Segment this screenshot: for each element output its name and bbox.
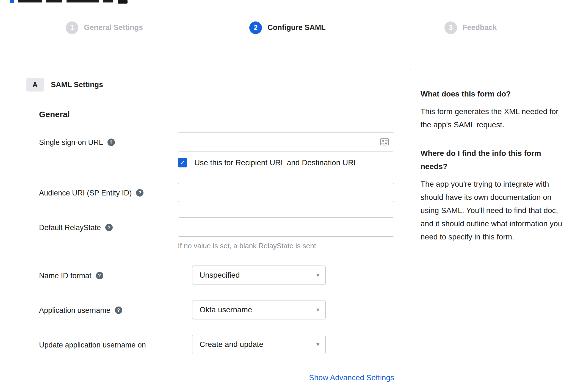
contact-card-icon[interactable]: [380, 138, 389, 145]
saml-form: Single sign-on URL ?: [39, 132, 394, 382]
step-general-settings[interactable]: 1 General Settings: [13, 12, 196, 43]
chevron-down-icon: ▾: [316, 341, 319, 348]
sso-url-input-wrap: [178, 132, 394, 151]
clipped-icon-fragment: [118, 0, 128, 4]
help-section-body: The app you're trying to integrate with …: [421, 178, 562, 244]
relay-state-row: Default RelayState ? If no value is set,…: [39, 217, 394, 250]
section-title: SAML Settings: [51, 81, 103, 89]
step-number-badge: 2: [249, 21, 262, 34]
general-group-title: General: [39, 110, 394, 119]
name-id-format-row: Name ID format ? Unspecified ▾: [39, 266, 394, 285]
chevron-down-icon: ▾: [316, 272, 319, 279]
audience-uri-label: Audience URI (SP Entity ID): [39, 188, 132, 198]
name-id-format-label-col: Name ID format ?: [39, 266, 192, 285]
advanced-settings-row: Show Advanced Settings: [39, 373, 394, 382]
chevron-down-icon: ▾: [316, 306, 319, 313]
audience-uri-label-col: Audience URI (SP Entity ID) ?: [39, 183, 178, 202]
help-icon[interactable]: ?: [107, 139, 115, 146]
update-app-username-row: Update application username on Create an…: [39, 335, 394, 354]
app-username-row: Application username ? Okta username ▾: [39, 300, 394, 319]
app-username-label-col: Application username ?: [39, 300, 192, 319]
help-section-where: Where do I find the info this form needs…: [421, 147, 562, 244]
step-label: Feedback: [463, 23, 497, 32]
section-header: A SAML Settings: [26, 78, 394, 92]
name-id-format-control-col: Unspecified ▾: [192, 266, 394, 285]
help-section-title: What does this form do?: [421, 87, 562, 101]
sso-url-input[interactable]: [178, 132, 394, 151]
step-feedback[interactable]: 3 Feedback: [379, 12, 562, 43]
help-section-body: This form generates the XML needed for t…: [421, 105, 562, 131]
recipient-url-checkbox-row: ✓ Use this for Recipient URL and Destina…: [178, 158, 394, 167]
name-id-format-label: Name ID format: [39, 271, 92, 280]
app-username-control-col: Okta username ▾: [192, 300, 394, 319]
help-icon[interactable]: ?: [136, 189, 143, 197]
app-username-select[interactable]: Okta username ▾: [192, 300, 326, 319]
app-username-value: Okta username: [200, 305, 252, 314]
audience-uri-row: Audience URI (SP Entity ID) ?: [39, 183, 394, 202]
relay-state-hint: If no value is set, a blank RelayState i…: [178, 242, 394, 250]
relay-state-input[interactable]: [178, 218, 394, 236]
help-sidebar: What does this form do? This form genera…: [421, 69, 562, 244]
step-label: General Settings: [84, 23, 143, 32]
sso-url-control-col: ✓ Use this for Recipient URL and Destina…: [178, 132, 394, 167]
help-icon[interactable]: ?: [96, 272, 103, 279]
recipient-url-checkbox-label: Use this for Recipient URL and Destinati…: [194, 158, 358, 167]
show-advanced-settings-link[interactable]: Show Advanced Settings: [309, 373, 394, 382]
clipped-title-fragment: [67, 0, 99, 2]
app-username-label: Application username: [39, 306, 110, 315]
clipped-title-fragment: [103, 0, 113, 2]
step-number-badge: 3: [444, 21, 457, 34]
help-section-title: Where do I find the info this form needs…: [421, 147, 562, 173]
saml-settings-card: A SAML Settings General Single sign-on U…: [13, 69, 411, 392]
sso-url-row: Single sign-on URL ?: [39, 132, 394, 167]
step-number-badge: 1: [66, 21, 78, 34]
audience-uri-control-col: [178, 183, 394, 202]
update-app-username-value: Create and update: [200, 340, 263, 349]
step-configure-saml[interactable]: 2 Configure SAML: [196, 12, 379, 43]
name-id-format-select[interactable]: Unspecified ▾: [192, 266, 326, 285]
wizard-stepper: 1 General Settings 2 Configure SAML 3 Fe…: [13, 12, 562, 43]
sso-url-label-col: Single sign-on URL ?: [39, 132, 178, 167]
recipient-url-checkbox[interactable]: ✓: [178, 158, 187, 167]
sso-url-label: Single sign-on URL: [39, 138, 103, 147]
help-icon[interactable]: ?: [115, 307, 122, 314]
step-label: Configure SAML: [267, 23, 325, 32]
audience-uri-input-wrap: [178, 183, 394, 202]
clipped-title-fragment: [18, 0, 42, 2]
update-app-username-label-col: Update application username on: [39, 335, 192, 354]
clipped-logo-fragment: [10, 0, 14, 3]
clipped-title-fragment: [46, 0, 62, 2]
relay-state-label: Default RelayState: [39, 223, 101, 232]
relay-state-input-wrap: [178, 217, 394, 237]
update-app-username-select[interactable]: Create and update ▾: [192, 335, 326, 354]
relay-state-control-col: If no value is set, a blank RelayState i…: [178, 217, 394, 250]
help-icon[interactable]: ?: [105, 224, 113, 231]
name-id-format-value: Unspecified: [200, 271, 240, 280]
section-a-badge: A: [26, 78, 44, 92]
update-app-username-label: Update application username on: [39, 340, 146, 350]
help-section-what: What does this form do? This form genera…: [421, 87, 562, 131]
update-app-username-control-col: Create and update ▾: [192, 335, 394, 354]
audience-uri-input[interactable]: [178, 183, 394, 202]
clipped-app-header: [0, 0, 575, 4]
relay-state-label-col: Default RelayState ?: [39, 217, 178, 250]
page-content: A SAML Settings General Single sign-on U…: [13, 69, 562, 392]
